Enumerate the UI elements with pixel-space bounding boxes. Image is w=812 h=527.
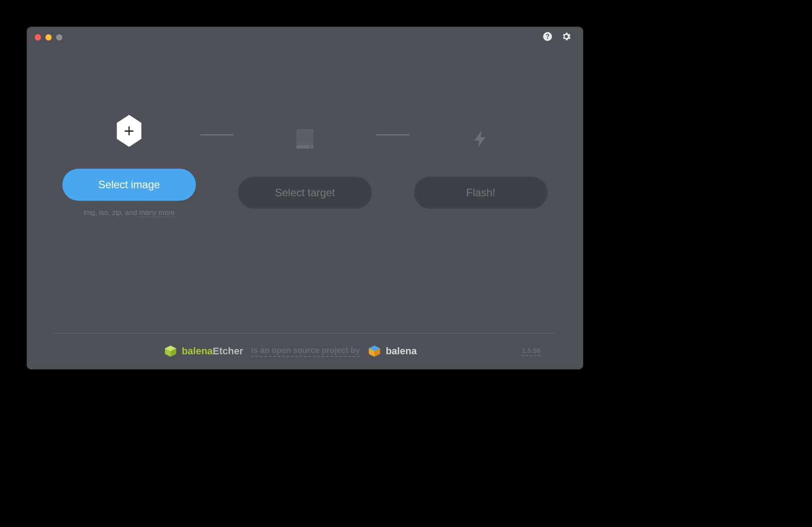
- lightning-bolt-icon: [471, 119, 491, 159]
- brand-text: balenaEtcher: [182, 345, 243, 357]
- step-flash: Flash!: [414, 119, 548, 209]
- traffic-lights: [35, 34, 62, 41]
- window-close-button[interactable]: [35, 34, 41, 41]
- cube-icon: [164, 345, 177, 358]
- footer: balenaEtcher is an open source project b…: [53, 333, 556, 369]
- select-image-button[interactable]: Select image: [62, 169, 196, 201]
- open-source-link[interactable]: is an open source project by: [251, 346, 360, 357]
- window-maximize-button[interactable]: [56, 34, 62, 41]
- brand-balena: balena: [182, 345, 213, 357]
- gear-icon[interactable]: [561, 31, 572, 44]
- brand-etcher: Etcher: [213, 345, 243, 357]
- app-window: + Select image img, iso, zip, and many m…: [27, 27, 583, 369]
- select-target-button: Select target: [238, 177, 372, 209]
- brand-company: balena: [386, 345, 417, 357]
- hint-prefix: img, iso, zip, and: [84, 209, 139, 216]
- flash-button: Flash!: [414, 177, 548, 209]
- version-label[interactable]: 1.5.58: [522, 347, 540, 356]
- cube-icon: [368, 345, 381, 358]
- content: + Select image img, iso, zip, and many m…: [27, 48, 583, 333]
- step-select-target: Select target: [238, 119, 372, 209]
- footer-center: balenaEtcher is an open source project b…: [69, 345, 511, 358]
- window-minimize-button[interactable]: [45, 34, 52, 41]
- titlebar: [27, 27, 583, 48]
- svg-point-1: [309, 146, 311, 148]
- toolbar-right: [542, 31, 575, 44]
- plus-hexagon-icon: +: [115, 111, 143, 151]
- steps-row: + Select image img, iso, zip, and many m…: [62, 111, 548, 217]
- connector-line: [200, 134, 234, 135]
- step-select-image: + Select image img, iso, zip, and many m…: [62, 111, 196, 217]
- balena-company-brand[interactable]: balena: [368, 345, 417, 358]
- drive-icon: [292, 119, 318, 159]
- balena-etcher-brand[interactable]: balenaEtcher: [164, 345, 243, 358]
- help-icon[interactable]: [542, 31, 553, 44]
- select-image-hint: img, iso, zip, and many more: [84, 209, 175, 217]
- connector-line: [376, 134, 410, 135]
- hint-many-more-link[interactable]: many more: [139, 209, 175, 217]
